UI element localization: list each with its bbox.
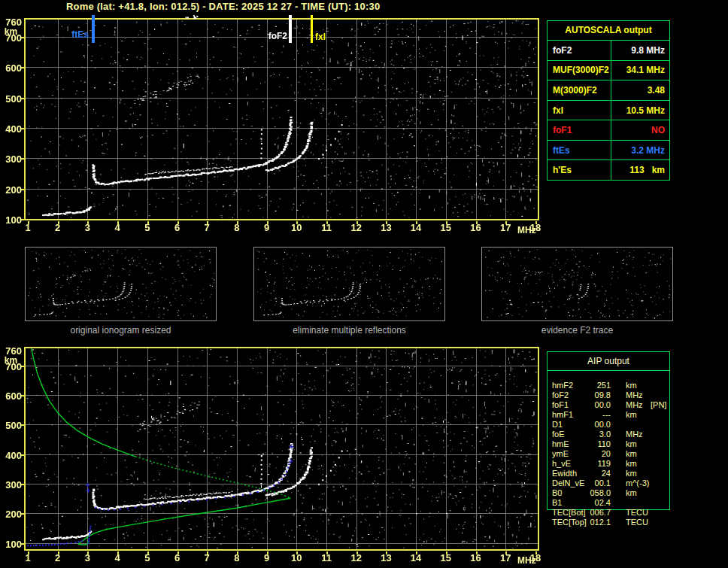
axis-tick-label: 4 <box>108 552 126 563</box>
thumbnail-caption: evidence F2 trace <box>481 325 673 336</box>
axis-tick-label: 5 <box>138 552 156 563</box>
autoscala-row-label: h'Es <box>548 160 611 180</box>
autoscala-row-label: MUF(3000)F2 <box>548 61 611 80</box>
axis-tick-label: 15 <box>437 552 455 563</box>
autoscala-row-fof1: foF1 NO <box>548 120 669 140</box>
axis-tick-label: 500 <box>0 93 22 105</box>
axis-tick-label: 100 <box>0 214 22 226</box>
ftes-marker-label: ftEs <box>65 29 89 40</box>
thumbnail-caption: eliminate multiple reflections <box>253 325 445 336</box>
aip-unit: m^(-3) <box>626 478 649 488</box>
ftes-marker-line <box>92 15 95 43</box>
axis-tick-label: km <box>0 355 22 366</box>
autoscala-row-fof2: foF2 9.8 MHz <box>548 41 669 60</box>
autoscala-row-label: fxI <box>548 101 611 120</box>
autoscala-row-value: NO <box>611 125 669 135</box>
autoscala-row-ftes: ftEs 3.2 MHz <box>548 140 669 160</box>
aip-label: hmE <box>552 439 569 449</box>
axis-tick-label: 6 <box>168 222 187 233</box>
aip-value: 00.0 <box>572 400 611 410</box>
thumbnail-clean-canvas <box>254 248 444 320</box>
aip-label: B1 <box>552 498 562 508</box>
aip-label: foF1 <box>552 400 569 410</box>
aip-value: 20 <box>572 449 611 459</box>
aip-unit: MHz <box>626 390 643 400</box>
aip-unit: km <box>626 469 637 478</box>
aip-value: 09.8 <box>572 390 611 400</box>
thumbnail-original-ionogram <box>25 247 217 321</box>
axis-tick-label: 2 <box>49 222 67 233</box>
aip-table-header: AIP output <box>548 352 669 371</box>
bottom-ionogram-canvas <box>20 343 541 563</box>
aip-unit: km <box>626 381 637 390</box>
axis-tick-label: 1 <box>19 552 37 563</box>
aip-value: 00.0 <box>572 420 611 430</box>
aip-label: hmF1 <box>552 410 573 420</box>
axis-tick-label: 13 <box>377 222 395 233</box>
fof2-marker-label: foF2 <box>262 31 287 41</box>
axis-tick-label: 11 <box>317 552 335 563</box>
aip-value: 251 <box>572 381 611 390</box>
autoscala-row-hes: h'Es 113 km <box>548 159 669 180</box>
aip-value: 3.0 <box>572 430 611 439</box>
aip-row: hmF2251km <box>547 381 670 390</box>
aip-row: DelN_vE00.1m^(-3) <box>547 478 670 488</box>
autoscala-row-label: ftEs <box>548 141 611 160</box>
autoscala-row-value: 3.48 <box>611 85 669 96</box>
axis-tick-label: 12 <box>347 222 366 233</box>
fxi-marker-label: fxI <box>315 32 326 42</box>
aip-label: hmF2 <box>552 381 573 390</box>
autoscala-row-value: 34.1 MHz <box>611 65 669 75</box>
aip-row: h_vE119km <box>547 459 670 469</box>
autoscala-row-label: M(3000)F2 <box>548 80 611 100</box>
autoscala-row-value: 113 km <box>611 165 669 175</box>
axis-tick-label: 200 <box>0 184 22 196</box>
axis-tick-label: MHz <box>517 225 536 235</box>
top-ionogram-canvas <box>20 14 541 229</box>
axis-tick-label: 500 <box>0 420 22 431</box>
thumbnail-original-canvas <box>26 248 216 320</box>
autoscala-row-m3000f2: M(3000)F2 3.48 <box>548 80 669 100</box>
aip-row: B102.4 <box>547 498 670 508</box>
aip-unit: km <box>626 439 637 449</box>
axis-tick-label: 600 <box>0 390 22 402</box>
axis-tick-label: 9 <box>258 552 276 563</box>
aip-row: ymE20km <box>547 449 670 459</box>
aip-value: 02.4 <box>572 498 611 508</box>
axis-tick-label: 10 <box>287 552 305 563</box>
fof2-marker-line <box>289 15 292 43</box>
aip-label: foE <box>552 430 565 439</box>
fxi-marker-line <box>311 15 313 43</box>
axis-tick-label: 400 <box>0 123 22 135</box>
axis-tick-label: 9 <box>258 222 276 233</box>
aip-label: ymE <box>552 449 569 459</box>
axis-tick-label: 10 <box>287 222 305 233</box>
axis-tick-label: 14 <box>407 222 425 233</box>
thumbnail-evidence-f2-trace <box>481 247 673 321</box>
aip-row: Ewidth24km <box>547 469 670 478</box>
aip-row: hmF1---km <box>547 410 670 420</box>
axis-tick-label: 7 <box>198 552 216 563</box>
aip-value: 012.1 <box>572 518 611 527</box>
axis-tick-label: 4 <box>108 222 126 233</box>
aip-unit: TECU <box>626 508 648 518</box>
axis-tick-label: 15 <box>437 222 455 233</box>
axis-tick-label: 8 <box>228 552 246 563</box>
axis-tick-label: 17 <box>496 552 514 563</box>
aip-unit: MHz <box>626 430 643 439</box>
thumbnail-caption: original ionogram resized <box>25 325 217 336</box>
aip-label: D1 <box>552 420 563 430</box>
thumbnail-f2-canvas <box>482 248 672 320</box>
autoscala-table-header: AUTOSCALA output <box>548 21 669 41</box>
axis-tick-label: 7 <box>198 222 216 233</box>
aip-value: 00.1 <box>572 478 611 488</box>
axis-tick-label: 6 <box>168 552 187 563</box>
autoscala-row-value: 3.2 MHz <box>611 145 669 156</box>
axis-tick-label: 12 <box>347 552 366 563</box>
aip-row: foF209.8MHz <box>547 390 670 400</box>
axis-tick-label: 100 <box>0 539 22 550</box>
axis-tick-label: 200 <box>0 509 22 520</box>
aip-label: h_vE <box>552 459 571 469</box>
axis-tick-label: 16 <box>467 222 485 233</box>
aip-row: hmE110km <box>547 439 670 449</box>
